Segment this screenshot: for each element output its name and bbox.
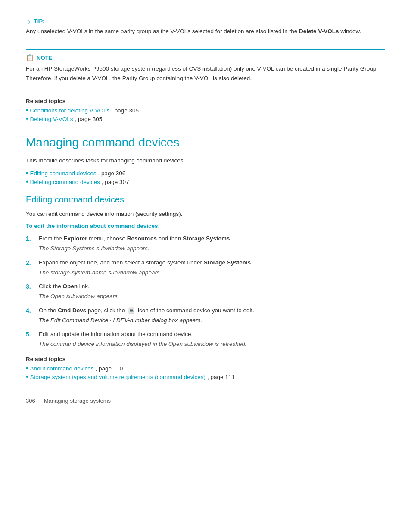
- list-item: Storage system types and volume requirem…: [26, 373, 385, 380]
- managing-intro: This module describes tasks for managing…: [26, 156, 385, 165]
- tip-bold: Delete V-VOLs: [299, 28, 339, 34]
- note-label-text: NOTE:: [37, 55, 54, 61]
- editing-intro: You can edit command device information …: [26, 209, 385, 219]
- note-label: 📋 NOTE:: [26, 54, 385, 62]
- editing-section: Editing command devices You can edit com…: [26, 194, 385, 349]
- note-icon: 📋: [26, 54, 34, 62]
- list-item: Deleting command devices , page 307: [26, 178, 385, 185]
- deleting-cmd-link[interactable]: Deleting command devices: [30, 179, 100, 185]
- related-topics-section-2: Related topics About command devices , p…: [26, 356, 385, 380]
- tip-text-end: window.: [339, 28, 361, 34]
- list-item: About command devices , page 110: [26, 365, 385, 372]
- note-text: For an HP StorageWorks P9500 storage sys…: [26, 64, 385, 83]
- action-heading: To edit the information about command de…: [26, 223, 385, 229]
- deleting-vvols-link[interactable]: Deleting V-VOLs: [30, 116, 73, 122]
- edit-icon: [128, 307, 135, 314]
- list-item: Deleting V-VOLs , page 305: [26, 115, 385, 122]
- tip-text: Any unselected V-VOLs in the same parity…: [26, 27, 385, 36]
- related-topics-section-1: Related topics Conditions for deleting V…: [26, 98, 385, 122]
- page-number: 306: [26, 398, 35, 404]
- related-topics-heading-1: Related topics: [26, 98, 385, 104]
- note-block: 📋 NOTE: For an HP StorageWorks P9500 sto…: [26, 49, 385, 88]
- steps-list: 1. From the Explorer menu, choose Resour…: [26, 234, 385, 349]
- related-topics-heading-2: Related topics: [26, 356, 385, 362]
- tip-block: ☼ TIP: Any unselected V-VOLs in the same…: [26, 13, 385, 41]
- step-1: 1. From the Explorer menu, choose Resour…: [26, 234, 385, 253]
- page-footer: 306 Managing storage systems: [26, 398, 385, 404]
- storage-types-link[interactable]: Storage system types and volume requirem…: [30, 374, 206, 380]
- managing-title: Managing command devices: [26, 135, 385, 150]
- related-list-2: About command devices , page 110 Storage…: [26, 365, 385, 380]
- footer-text: Managing storage systems: [44, 398, 111, 404]
- editing-title: Editing command devices: [26, 194, 385, 205]
- step-2: 2. Expand the object tree, and then sele…: [26, 258, 385, 277]
- about-cmd-link[interactable]: About command devices: [30, 365, 94, 372]
- tip-label: ☼ TIP:: [26, 18, 385, 25]
- step-5: 5. Edit and update the information about…: [26, 330, 385, 349]
- managing-section: Managing command devices This module des…: [26, 135, 385, 185]
- step-4: 4. On the Cmd Devs page, click the icon …: [26, 306, 385, 325]
- editing-cmd-link[interactable]: Editing command devices: [30, 170, 97, 177]
- tip-label-text: TIP:: [34, 18, 45, 25]
- conditions-link[interactable]: Conditions for deleting V-VOLs: [30, 107, 110, 114]
- tip-text-before: Any unselected V-VOLs in the same parity…: [26, 28, 299, 34]
- list-item: Editing command devices , page 306: [26, 170, 385, 177]
- managing-links-list: Editing command devices , page 306 Delet…: [26, 170, 385, 185]
- list-item: Conditions for deleting V-VOLs , page 30…: [26, 107, 385, 114]
- tip-icon: ☼: [26, 18, 31, 25]
- related-list-1: Conditions for deleting V-VOLs , page 30…: [26, 107, 385, 122]
- step-3: 3. Click the Open link. The Open subwind…: [26, 282, 385, 301]
